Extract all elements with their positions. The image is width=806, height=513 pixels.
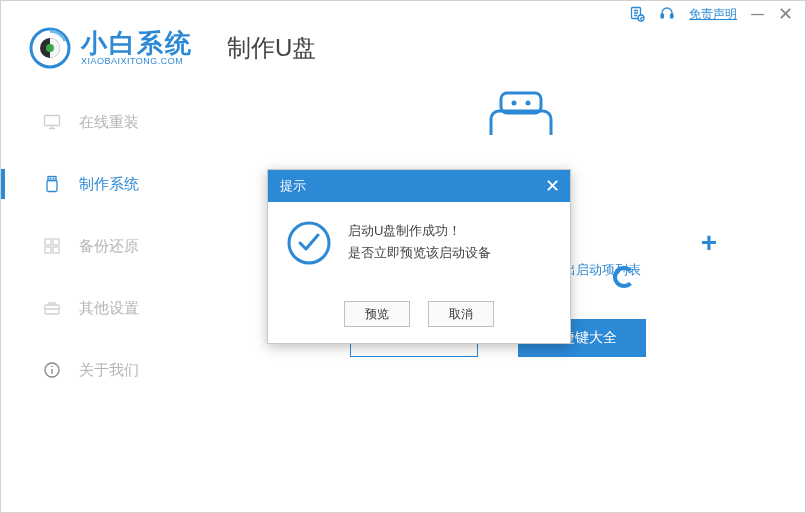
dialog-title: 提示 bbox=[280, 177, 306, 195]
sidebar-item-label: 其他设置 bbox=[79, 299, 139, 318]
brand-title: 小白系统 bbox=[81, 30, 193, 56]
page-title: 制作U盘 bbox=[227, 32, 316, 64]
svg-point-21 bbox=[526, 101, 531, 106]
feedback-icon[interactable] bbox=[629, 6, 645, 22]
preview-button[interactable]: 预览 bbox=[344, 301, 410, 327]
info-icon bbox=[43, 361, 61, 379]
logo: 小白系统 XIAOBAIXITONG.COM bbox=[29, 27, 193, 69]
svg-rect-2 bbox=[661, 14, 664, 18]
sidebar-item-backup[interactable]: 备份还原 bbox=[1, 221, 191, 271]
svg-rect-13 bbox=[45, 247, 51, 253]
sidebar-item-label: 在线重装 bbox=[79, 113, 139, 132]
svg-point-20 bbox=[512, 101, 517, 106]
svg-point-22 bbox=[289, 223, 329, 263]
sidebar: 在线重装 制作系统 备份还原 其他设置 bbox=[1, 87, 191, 512]
sidebar-item-settings[interactable]: 其他设置 bbox=[1, 283, 191, 333]
usb-icon bbox=[43, 175, 61, 193]
toolbox-icon bbox=[43, 299, 61, 317]
svg-rect-8 bbox=[47, 181, 57, 192]
svg-rect-14 bbox=[53, 247, 59, 253]
logo-icon bbox=[29, 27, 71, 69]
sidebar-item-create[interactable]: 制作系统 bbox=[1, 159, 191, 209]
dialog-close-button[interactable]: ✕ bbox=[545, 175, 560, 197]
sidebar-item-label: 备份还原 bbox=[79, 237, 139, 256]
sidebar-item-label: 制作系统 bbox=[79, 175, 139, 194]
support-icon[interactable] bbox=[659, 6, 675, 22]
header: 小白系统 XIAOBAIXITONG.COM 制作U盘 bbox=[1, 27, 805, 87]
svg-rect-12 bbox=[53, 239, 59, 245]
svg-point-17 bbox=[51, 366, 53, 368]
svg-rect-11 bbox=[45, 239, 51, 245]
dialog-header: 提示 ✕ bbox=[268, 170, 570, 202]
minimize-button[interactable]: ─ bbox=[751, 4, 764, 25]
dialog: 提示 ✕ 启动U盘制作成功！ 是否立即预览该启动设备 预览 取消 bbox=[267, 169, 571, 344]
dialog-line-1: 启动U盘制作成功！ bbox=[348, 220, 491, 242]
spinner-icon bbox=[613, 266, 635, 288]
check-circle-icon bbox=[286, 220, 332, 266]
sidebar-item-reinstall[interactable]: 在线重装 bbox=[1, 97, 191, 147]
dialog-message: 启动U盘制作成功！ 是否立即预览该启动设备 bbox=[348, 220, 491, 293]
svg-rect-3 bbox=[671, 14, 674, 18]
plus-icon: + bbox=[701, 227, 717, 259]
dialog-line-2: 是否立即预览该启动设备 bbox=[348, 242, 491, 264]
cancel-button[interactable]: 取消 bbox=[428, 301, 494, 327]
usb-drive-icon bbox=[471, 87, 571, 135]
close-button[interactable]: ✕ bbox=[778, 3, 793, 25]
svg-rect-19 bbox=[491, 111, 551, 135]
titlebar: 免责声明 ─ ✕ bbox=[1, 1, 805, 27]
svg-point-9 bbox=[50, 178, 51, 179]
grid-icon bbox=[43, 237, 61, 255]
app-window: 免责声明 ─ ✕ 小白系统 XIAOBAIXITONG.COM 制作U盘 bbox=[0, 0, 806, 513]
brand-sub: XIAOBAIXITONG.COM bbox=[81, 56, 193, 66]
monitor-icon bbox=[43, 113, 61, 131]
dialog-footer: 预览 取消 bbox=[268, 301, 570, 343]
sidebar-item-label: 关于我们 bbox=[79, 361, 139, 380]
svg-point-5 bbox=[46, 44, 54, 52]
sidebar-item-about[interactable]: 关于我们 bbox=[1, 345, 191, 395]
svg-rect-6 bbox=[45, 116, 60, 126]
svg-point-10 bbox=[53, 178, 54, 179]
disclaimer-link[interactable]: 免责声明 bbox=[689, 6, 737, 23]
